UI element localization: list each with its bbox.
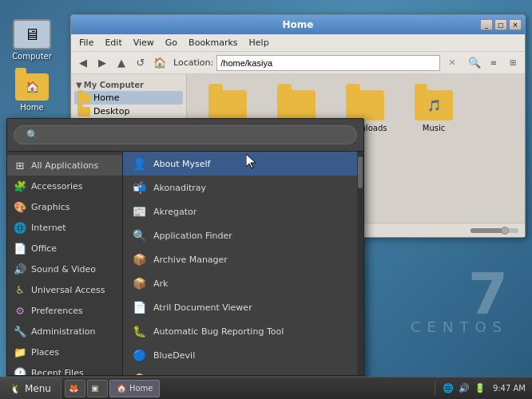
cat-all-apps-label: All Applications (31, 160, 98, 171)
computer-desktop-icon[interactable]: 🖥 Computer (6, 16, 58, 64)
window-menubar: File Edit View Go Bookmarks Help (71, 34, 525, 52)
window-toolbar: ◀ ▶ ▲ ↺ 🏠 Location: ✕ 🔍 ≡ ⊞ (71, 52, 525, 74)
location-label: Location: (173, 57, 213, 68)
app-akregator[interactable]: 📰 Akregator (123, 200, 357, 223)
tray-network-icon[interactable]: 🌐 (442, 382, 455, 395)
back-button[interactable]: ◀ (74, 54, 92, 72)
cat-universal-access[interactable]: ♿ Universal Access (7, 279, 122, 300)
bluedevil-label: BlueDevil (153, 350, 195, 361)
app-ark[interactable]: 📦 Ark (123, 271, 357, 295)
cat-sound-video[interactable]: 🔊 Sound & Video (7, 259, 122, 279)
centos-version: 7 (411, 265, 508, 322)
view-list-button[interactable]: ≡ (485, 54, 502, 72)
start-button[interactable]: 🐧 Menu (0, 377, 62, 400)
graphics-icon: 🎨 (14, 200, 26, 213)
taskbar-clock: 9:47 AM (490, 384, 526, 393)
tray-battery-icon[interactable]: 🔋 (474, 382, 486, 395)
taskbar: 🐧 Menu 🦊 ▣ 🏠 Home 🌐 🔊 🔋 9:47 AM (0, 377, 532, 399)
location-clear-icon[interactable]: ✕ (443, 54, 461, 72)
preferences-icon: ⚙ (14, 304, 26, 317)
sidebar-desktop-label: Desktop (93, 106, 129, 117)
scroll-thumb[interactable] (358, 156, 363, 188)
menu-file[interactable]: File (74, 36, 98, 49)
search-button[interactable]: 🔍 (466, 54, 483, 72)
app-list-scrollbar[interactable] (357, 152, 363, 375)
centos-name: CENTOS (411, 318, 508, 335)
cat-places[interactable]: 📁 Places (7, 342, 122, 362)
home-desktop-icon[interactable]: 🏠 Home (6, 70, 58, 115)
archive-manager-icon: 📦 (131, 251, 147, 267)
location-input[interactable] (216, 55, 440, 71)
app-application-finder[interactable]: 🔍 Application Finder (123, 223, 357, 247)
taskbar-home-window[interactable]: 🏠 Home (109, 380, 161, 397)
archive-manager-label: Archive Manager (153, 255, 228, 265)
places-icon: 📁 (14, 346, 26, 358)
cat-administration[interactable]: 🔧 Administration (7, 321, 122, 342)
cat-accessories[interactable]: 🧩 Accessories (7, 176, 122, 196)
window-title: Home (283, 19, 314, 30)
menu-help[interactable]: Help (244, 36, 274, 49)
cat-graphics[interactable]: 🎨 Graphics (7, 196, 122, 217)
app-finder-label: Application Finder (153, 231, 232, 241)
sound-video-icon: 🔊 (14, 263, 26, 275)
view-grid-button[interactable]: ⊞ (504, 54, 522, 72)
app-search-input[interactable] (14, 125, 357, 144)
taskbar-home-icon: 🏠 (117, 384, 126, 393)
minimize-button[interactable]: _ (480, 19, 493, 30)
menu-go[interactable]: Go (161, 36, 182, 49)
forward-button[interactable]: ▶ (93, 54, 111, 72)
taskbar-terminal-icon[interactable]: ▣ (87, 380, 108, 397)
app-atril[interactable]: 📄 Atril Document Viewer (123, 295, 357, 319)
cat-accessories-label: Accessories (31, 181, 82, 192)
location-bar: Location: ✕ (173, 54, 461, 72)
cat-recent-files[interactable]: 🕐 Recent Files (7, 362, 122, 375)
cat-all-applications[interactable]: ⊞ All Applications (7, 155, 122, 176)
sidebar-item-home[interactable]: Home (74, 91, 183, 105)
akonaditray-label: Akonaditray (153, 183, 206, 193)
app-akonaditray[interactable]: 📬 Akonaditray (123, 176, 357, 200)
cat-recent-label: Recent Files (31, 368, 84, 376)
cat-preferences[interactable]: ⚙ Preferences (7, 300, 122, 321)
taskbar-apps: 🦊 ▣ 🏠 Home (62, 380, 435, 397)
menu-view[interactable]: View (129, 36, 159, 49)
app-archive-manager[interactable]: 📦 Archive Manager (123, 247, 357, 271)
maximize-button[interactable]: □ (494, 19, 507, 30)
home-folder-label: Home (20, 103, 44, 112)
cat-office[interactable]: 📄 Office (7, 238, 122, 259)
desktop-folder-sm-icon (77, 107, 90, 117)
abrt-label: Automatic Bug Reporting Tool (153, 326, 284, 337)
sidebar-item-desktop[interactable]: Desktop (74, 105, 183, 118)
up-button[interactable]: ▲ (113, 54, 130, 72)
window-titlebar: Home _ □ × (71, 15, 525, 34)
centos-logo: 7 CENTOS (411, 265, 508, 335)
akregator-icon: 📰 (131, 203, 147, 219)
app-list: 👤 About Myself 📬 Akonaditray 📰 Akregator… (123, 152, 357, 375)
cat-sound-video-label: Sound & Video (31, 264, 96, 275)
file-music[interactable]: 🎵 Music (406, 87, 462, 136)
tray-volume-icon[interactable]: 🔊 (458, 382, 470, 395)
abrt-icon: 🐛 (131, 323, 147, 339)
app-menu-search-area: 🔍 (7, 119, 363, 152)
cat-places-label: Places (31, 347, 59, 358)
app-abrt[interactable]: 🐛 Automatic Bug Reporting Tool (123, 319, 357, 343)
taskbar-firefox-icon[interactable]: 🦊 (65, 380, 85, 397)
computer-icon: 🖥 (13, 19, 51, 49)
app-boxes[interactable]: 📦 Boxes (123, 367, 357, 375)
menu-edit[interactable]: Edit (100, 36, 126, 49)
akregator-label: Akregator (153, 207, 197, 217)
menu-bookmarks[interactable]: Bookmarks (184, 36, 242, 49)
downloads-folder-icon (346, 90, 384, 120)
progress-bar-area (470, 228, 518, 233)
taskbar-home-label: Home (129, 384, 153, 393)
app-bluedevil[interactable]: 🔵 BlueDevil (123, 343, 357, 367)
reload-button[interactable]: ↺ (132, 54, 149, 72)
cat-internet[interactable]: 🌐 Internet (7, 217, 122, 238)
progress-thumb (501, 227, 509, 235)
close-button[interactable]: × (509, 19, 522, 30)
atril-label: Atril Document Viewer (153, 302, 252, 313)
progress-track (470, 228, 518, 233)
app-menu: 🔍 ⊞ All Applications 🧩 Accessories 🎨 Gra… (6, 118, 364, 399)
home-button[interactable]: 🏠 (151, 54, 169, 72)
app-about-myself[interactable]: 👤 About Myself (123, 152, 357, 176)
home-folder-icon-lg: 🏠 (15, 73, 49, 101)
